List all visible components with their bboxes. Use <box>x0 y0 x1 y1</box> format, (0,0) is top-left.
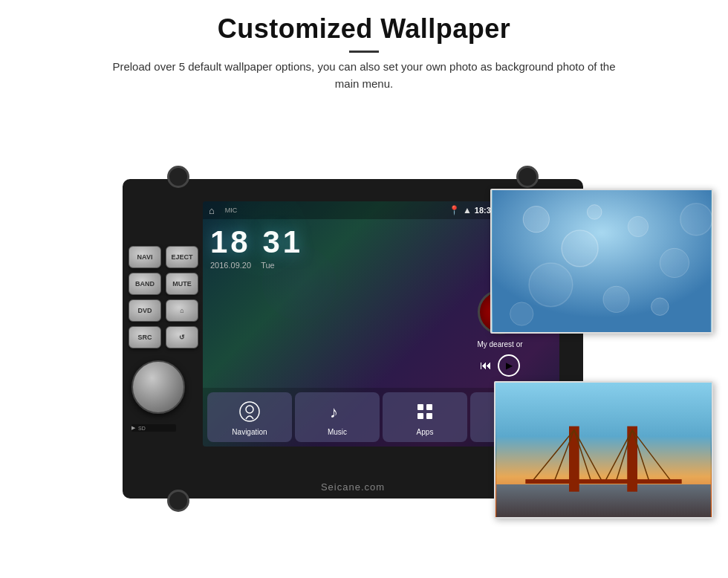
svg-rect-12 <box>496 484 711 517</box>
bracket-bot-left <box>167 490 189 512</box>
svg-point-5 <box>529 263 573 307</box>
svg-point-7 <box>651 298 669 316</box>
volume-knob[interactable] <box>131 360 185 414</box>
svg-rect-28 <box>426 404 432 410</box>
music-label: Music <box>328 428 347 436</box>
svg-point-3 <box>628 216 648 236</box>
water-drops-image <box>492 190 712 332</box>
dvd-button[interactable]: DVD <box>129 299 161 322</box>
screenshot-bottom-right <box>494 381 713 519</box>
svg-rect-30 <box>426 413 432 419</box>
play-button[interactable]: ▶ <box>498 354 520 377</box>
navigation-label: Navigation <box>232 428 267 436</box>
bracket-top-right <box>516 166 539 188</box>
navi-button[interactable]: NAVI <box>129 246 161 268</box>
btn-row-3: DVD ⌂ <box>129 299 198 322</box>
svg-rect-27 <box>417 404 423 410</box>
home-ctrl-button[interactable]: ⌂ <box>166 299 198 322</box>
band-button[interactable]: BAND <box>129 273 161 295</box>
navigation-icon <box>236 398 263 425</box>
app-apps[interactable]: Apps <box>383 392 467 442</box>
svg-rect-23 <box>525 479 681 484</box>
svg-point-2 <box>562 230 598 267</box>
sd-text: SD <box>138 426 146 431</box>
song-title: My dearest or <box>477 340 522 348</box>
app-music[interactable]: ♪ Music <box>295 392 380 442</box>
svg-text:♪: ♪ <box>330 403 338 421</box>
clock-main: 18 31 <box>210 227 433 258</box>
watermark: Seicane.com <box>321 481 385 493</box>
svg-point-1 <box>523 207 549 233</box>
sd-slot: ▶ SD <box>131 424 176 432</box>
title-divider <box>349 51 379 53</box>
back-button[interactable]: ↺ <box>166 326 198 348</box>
clock-date-value: 2016.09.20 <box>210 261 251 270</box>
svg-point-24 <box>240 402 259 421</box>
app-navigation[interactable]: Navigation <box>207 392 292 442</box>
svg-point-8 <box>510 302 533 325</box>
page-header: Customized Wallpaper Preload over 5 defa… <box>0 0 728 100</box>
mute-button[interactable]: MUTE <box>166 273 198 295</box>
page-description: Preload over 5 default wallpaper options… <box>104 59 624 92</box>
eject-button[interactable]: EJECT <box>166 246 198 268</box>
apps-icon <box>412 398 438 425</box>
svg-point-4 <box>660 248 689 277</box>
clock-date: 2016.09.20 Tue <box>210 261 433 270</box>
svg-point-6 <box>603 286 629 312</box>
left-controls: NAVI EJECT BAND MUTE DVD ⌂ SRC ↺ ▶ <box>129 246 198 432</box>
location-icon: 📍 <box>449 205 460 215</box>
svg-rect-29 <box>417 413 423 419</box>
page-title: Customized Wallpaper <box>45 13 683 45</box>
music-icon: ♪ <box>324 398 351 425</box>
sd-label: ▶ <box>131 425 135 431</box>
btn-row-2: BAND MUTE <box>129 273 198 295</box>
apps-label: Apps <box>417 428 434 436</box>
mic-label: MIC <box>225 207 238 214</box>
bridge-image <box>495 383 712 517</box>
svg-point-9 <box>587 205 602 220</box>
prev-button[interactable]: ⏮ <box>480 359 492 372</box>
page-container: Customized Wallpaper Preload over 5 defa… <box>0 0 728 578</box>
clock-day: Tue <box>261 261 275 270</box>
screenshot-top-right <box>490 189 713 334</box>
status-left: ⌂ MIC <box>209 204 237 217</box>
home-icon[interactable]: ⌂ <box>209 204 215 217</box>
svg-point-10 <box>680 204 712 236</box>
wifi-icon: ▲ <box>463 205 472 215</box>
bracket-top-left <box>167 166 189 188</box>
device-section: NAVI EJECT BAND MUTE DVD ⌂ SRC ↺ ▶ <box>0 100 728 578</box>
src-button[interactable]: SRC <box>129 326 161 348</box>
clock-display: 18 31 2016.09.20 Tue <box>210 227 433 270</box>
btn-row-4: SRC ↺ <box>129 326 198 348</box>
music-controls: ⏮ ▶ <box>480 354 520 377</box>
svg-point-25 <box>246 406 253 413</box>
btn-row-1: NAVI EJECT <box>129 246 198 268</box>
